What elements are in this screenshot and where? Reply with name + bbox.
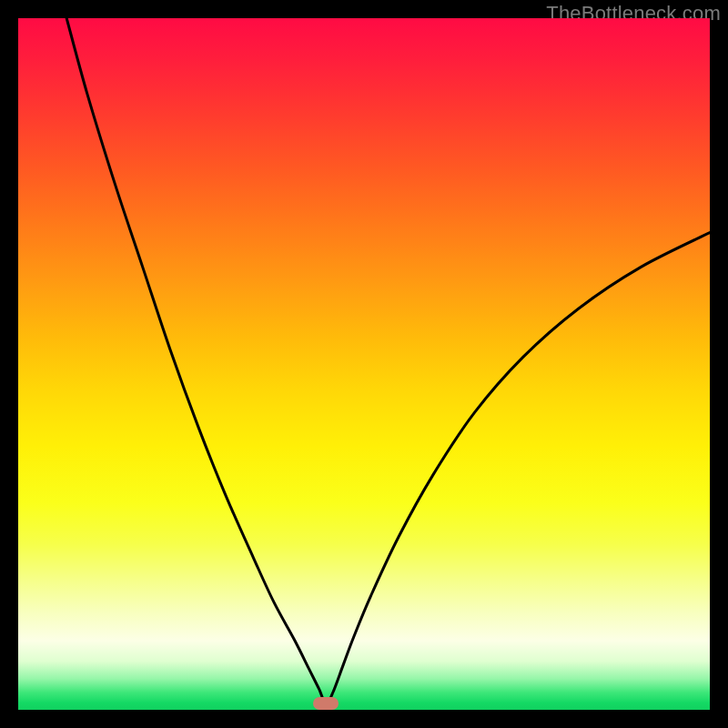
plot-area — [18, 18, 710, 710]
chart-stage: TheBottleneck.com — [0, 0, 728, 728]
minimum-marker — [313, 697, 339, 710]
bottleneck-curve — [18, 18, 710, 710]
